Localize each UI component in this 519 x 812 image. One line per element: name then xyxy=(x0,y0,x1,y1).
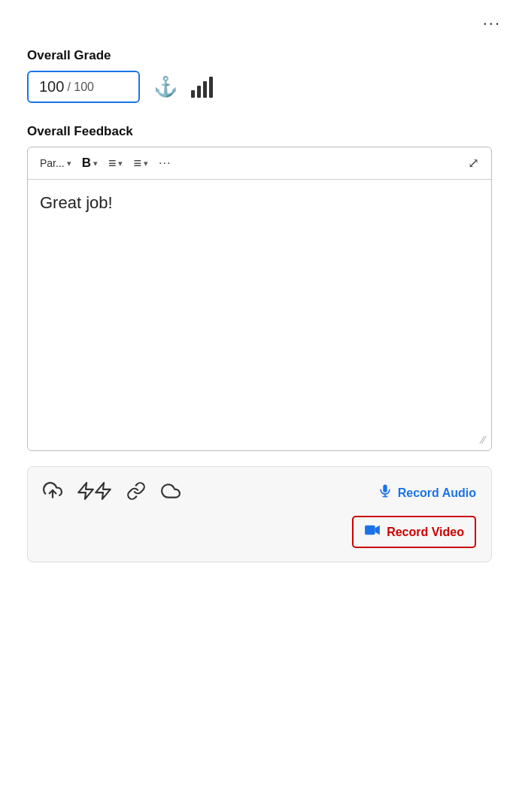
paragraph-style-dropdown[interactable]: Par... ▾ xyxy=(37,156,74,171)
record-audio-button[interactable]: Record Audio xyxy=(378,483,476,503)
attach-icons-group xyxy=(43,480,182,505)
svg-rect-6 xyxy=(365,526,375,535)
feedback-label: Overall Feedback xyxy=(27,124,492,139)
record-audio-label: Record Audio xyxy=(398,486,476,500)
attachment-icons-row: Record Audio xyxy=(43,480,476,505)
attachment-bar: Record Audio Record Video xyxy=(27,466,492,562)
grade-input[interactable]: 100 / 100 xyxy=(27,71,140,103)
feedback-text: Great job! xyxy=(40,193,113,212)
grade-label: Overall Grade xyxy=(27,48,492,63)
top-bar: ··· xyxy=(0,0,519,41)
bold-dropdown[interactable]: B ▾ xyxy=(79,154,101,172)
feedback-section: Overall Feedback Par... ▾ B ▾ ≡ ▾ ≡ ▾ xyxy=(27,124,492,451)
cloud-icon[interactable] xyxy=(159,481,182,505)
align-dropdown[interactable]: ≡ ▾ xyxy=(105,154,126,173)
bar-chart-icon xyxy=(191,77,213,98)
grade-max: / 100 xyxy=(67,80,94,94)
editor-content-area[interactable]: Great job! ∕∕ xyxy=(28,180,491,450)
svg-rect-3 xyxy=(383,485,387,492)
record-video-label: Record Video xyxy=(387,526,464,539)
resize-handle-icon[interactable]: ∕∕ xyxy=(481,434,485,446)
microphone-icon xyxy=(378,483,393,503)
record-video-row: Record Video xyxy=(43,516,476,548)
upload-icon[interactable] xyxy=(43,480,62,505)
expand-icon: ⤢ xyxy=(468,155,479,171)
more-toolbar-button[interactable]: ··· xyxy=(156,155,174,171)
paragraph-chevron-icon: ▾ xyxy=(67,159,71,168)
feedback-editor[interactable]: Par... ▾ B ▾ ≡ ▾ ≡ ▾ ··· xyxy=(27,147,492,451)
svg-marker-7 xyxy=(375,526,380,535)
link-icon[interactable] xyxy=(126,481,146,505)
bold-chevron-icon: ▾ xyxy=(93,159,98,168)
more-options-button[interactable]: ··· xyxy=(483,14,501,33)
grade-row: 100 / 100 ⚓ xyxy=(27,71,492,103)
bold-icon: B xyxy=(82,156,91,171)
list-chevron-icon: ▾ xyxy=(144,159,148,168)
align-chevron-icon: ▾ xyxy=(118,159,123,168)
lightning-icon[interactable] xyxy=(76,481,113,505)
grade-value: 100 xyxy=(39,78,64,95)
camera-icon xyxy=(364,523,381,541)
more-toolbar-icon: ··· xyxy=(159,156,171,170)
list-dropdown[interactable]: ≡ ▾ xyxy=(130,154,151,173)
main-content: Overall Grade 100 / 100 ⚓ Overall Feedba… xyxy=(0,41,519,451)
expand-editor-button[interactable]: ⤢ xyxy=(465,153,482,173)
list-icon: ≡ xyxy=(133,156,141,171)
paragraph-label: Par... xyxy=(40,157,65,169)
editor-toolbar: Par... ▾ B ▾ ≡ ▾ ≡ ▾ ··· xyxy=(28,147,491,180)
key-icon: ⚓ xyxy=(153,75,178,98)
record-video-button[interactable]: Record Video xyxy=(352,516,476,548)
svg-marker-1 xyxy=(78,483,93,499)
align-icon: ≡ xyxy=(108,156,117,171)
svg-marker-2 xyxy=(96,483,111,499)
